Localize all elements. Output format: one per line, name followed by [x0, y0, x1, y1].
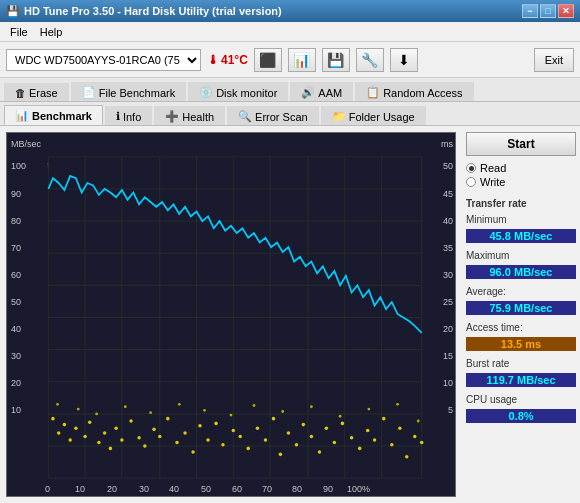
toolbar-icon-2[interactable]: 📊: [288, 48, 316, 72]
svg-point-62: [341, 422, 344, 426]
svg-point-67: [382, 417, 385, 421]
svg-point-29: [88, 420, 91, 424]
tab-health[interactable]: ➕ Health: [154, 106, 225, 125]
maximize-button[interactable]: □: [540, 4, 556, 18]
minimum-label: Minimum: [466, 214, 576, 225]
temperature-value: 41°C: [221, 53, 248, 67]
cpu-usage-value: 0.8%: [466, 409, 576, 423]
svg-point-38: [152, 428, 155, 432]
svg-point-58: [310, 435, 313, 439]
svg-point-39: [158, 435, 161, 439]
toolbar-icon-4[interactable]: 🔧: [356, 48, 384, 72]
radio-write-label: Write: [480, 176, 505, 188]
radio-read[interactable]: Read: [466, 162, 576, 174]
svg-point-63: [350, 436, 353, 440]
benchmark-icon: 📊: [15, 109, 29, 122]
svg-point-70: [405, 455, 408, 459]
svg-point-80: [230, 414, 233, 417]
svg-point-51: [256, 426, 259, 430]
svg-point-61: [333, 441, 336, 445]
radio-group: Read Write: [466, 162, 576, 188]
radio-write-circle[interactable]: [466, 177, 476, 187]
svg-point-26: [68, 438, 71, 442]
tab-erase[interactable]: 🗑 Erase: [4, 83, 69, 101]
svg-point-71: [413, 435, 416, 439]
svg-point-59: [318, 450, 321, 454]
svg-point-85: [367, 408, 370, 411]
main-content: MB/sec ms 100 90 80 70 60 50 40 30 20 10…: [0, 126, 580, 503]
health-icon: ➕: [165, 110, 179, 123]
svg-point-54: [279, 453, 282, 457]
cpu-usage-label: CPU usage: [466, 394, 576, 405]
svg-point-24: [57, 431, 60, 435]
tab-file-benchmark[interactable]: 📄 File Benchmark: [71, 82, 186, 101]
average-label: Average:: [466, 286, 576, 297]
thermometer-icon: 🌡: [207, 53, 219, 67]
svg-point-83: [310, 405, 313, 408]
svg-point-27: [74, 426, 77, 430]
disk-monitor-icon: 💿: [199, 86, 213, 99]
svg-point-28: [83, 435, 86, 439]
tabs-row-2: 📊 Benchmark ℹ Info ➕ Health 🔍 Error Scan…: [0, 102, 580, 126]
svg-point-84: [339, 415, 342, 418]
svg-point-66: [373, 438, 376, 442]
tab-benchmark[interactable]: 📊 Benchmark: [4, 105, 103, 125]
svg-point-43: [191, 450, 194, 454]
svg-point-40: [166, 417, 169, 421]
minimize-button[interactable]: −: [522, 4, 538, 18]
radio-read-circle[interactable]: [466, 163, 476, 173]
tab-error-scan[interactable]: 🔍 Error Scan: [227, 106, 319, 125]
error-scan-icon: 🔍: [238, 110, 252, 123]
svg-point-23: [51, 417, 54, 421]
tab-info[interactable]: ℹ Info: [105, 106, 152, 125]
svg-point-36: [137, 436, 140, 440]
menu-bar: File Help: [0, 22, 580, 42]
minimum-value: 45.8 MB/sec: [466, 229, 576, 243]
aam-icon: 🔊: [301, 86, 315, 99]
svg-point-78: [178, 403, 181, 406]
svg-point-81: [253, 404, 256, 407]
start-button[interactable]: Start: [466, 132, 576, 156]
file-benchmark-icon: 📄: [82, 86, 96, 99]
random-access-icon: 📋: [366, 86, 380, 99]
drive-selector[interactable]: WDC WD7500AYYS-01RCA0 (750 GB): [6, 49, 201, 71]
svg-point-48: [232, 429, 235, 433]
exit-button[interactable]: Exit: [534, 48, 574, 72]
svg-point-42: [183, 431, 186, 435]
svg-point-65: [366, 429, 369, 433]
radio-read-label: Read: [480, 162, 506, 174]
svg-point-33: [114, 426, 117, 430]
chart-area: MB/sec ms 100 90 80 70 60 50 40 30 20 10…: [6, 132, 456, 497]
menu-help[interactable]: Help: [34, 24, 69, 40]
svg-point-57: [302, 423, 305, 427]
tab-disk-monitor[interactable]: 💿 Disk monitor: [188, 82, 288, 101]
svg-point-77: [149, 411, 152, 414]
svg-point-53: [272, 417, 275, 421]
tab-random-access[interactable]: 📋 Random Access: [355, 82, 473, 101]
right-panel: Start Read Write Transfer rate Minimum 4…: [462, 126, 580, 503]
toolbar-icon-3[interactable]: 💾: [322, 48, 350, 72]
svg-point-37: [143, 444, 146, 448]
svg-point-56: [295, 443, 298, 447]
svg-point-74: [77, 408, 80, 411]
radio-write[interactable]: Write: [466, 176, 576, 188]
svg-point-41: [175, 441, 178, 445]
erase-icon: 🗑: [15, 87, 26, 99]
access-time-label: Access time:: [466, 322, 576, 333]
svg-point-68: [390, 443, 393, 447]
tab-folder-usage[interactable]: 📁 Folder Usage: [321, 106, 426, 125]
svg-point-34: [120, 438, 123, 442]
toolbar-icon-5[interactable]: ⬇: [390, 48, 418, 72]
svg-point-49: [238, 435, 241, 439]
close-button[interactable]: ✕: [558, 4, 574, 18]
svg-point-76: [124, 405, 127, 408]
benchmark-chart: [7, 133, 455, 496]
toolbar-icon-1[interactable]: ⬛: [254, 48, 282, 72]
svg-point-32: [109, 447, 112, 451]
transfer-rate-label: Transfer rate: [466, 198, 576, 209]
svg-point-60: [325, 426, 328, 430]
tab-aam[interactable]: 🔊 AAM: [290, 82, 353, 101]
svg-point-44: [198, 424, 201, 428]
svg-point-55: [287, 431, 290, 435]
menu-file[interactable]: File: [4, 24, 34, 40]
